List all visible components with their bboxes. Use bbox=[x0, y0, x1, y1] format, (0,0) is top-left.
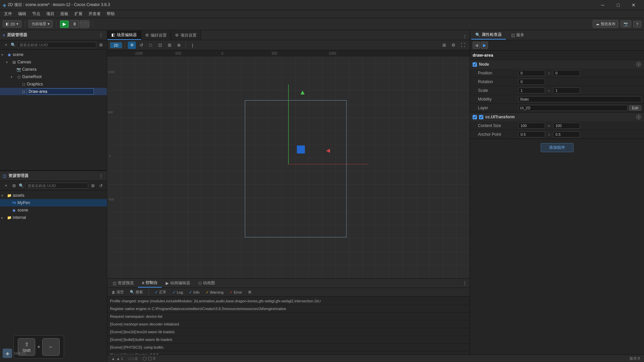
maximize-button[interactable]: □ bbox=[610, 0, 626, 10]
console-line-3[interactable]: [Scene] meshopt wasm decoder initialized bbox=[107, 320, 470, 328]
settings-button[interactable]: ⚙ bbox=[449, 42, 458, 49]
rotation-input[interactable] bbox=[518, 79, 545, 85]
tree-item-camera[interactable]: ▸ 📷 Camera bbox=[0, 66, 107, 73]
position-y-input[interactable] bbox=[553, 70, 580, 76]
console-line-4[interactable]: [Scene] [box2d]:box2d wasm lib loaded. bbox=[107, 328, 470, 336]
mobility-select[interactable]: Static bbox=[518, 96, 641, 102]
tab-prefab-settings[interactable]: ⚙ 编好设置 bbox=[141, 31, 171, 40]
tree-item-internal[interactable]: ▸ 📁 internal bbox=[0, 214, 107, 221]
tree-item-scene-asset[interactable]: ▸ ◉ scene bbox=[0, 206, 107, 214]
tree-item-mypen[interactable]: ▸ TS MyPen bbox=[0, 199, 107, 206]
hierarchy-filter-button[interactable]: ⊞ bbox=[98, 42, 104, 48]
console-line-1[interactable]: Register native engine in C:\ProgramData… bbox=[107, 305, 470, 313]
publish-button[interactable]: ☁ 预览发布 bbox=[593, 20, 619, 28]
node-enabled-checkbox[interactable] bbox=[473, 62, 477, 67]
asset-search-input[interactable] bbox=[25, 183, 88, 189]
uitransform-header[interactable]: cc.UITransform i bbox=[470, 113, 644, 121]
help-button[interactable]: ? bbox=[633, 21, 641, 27]
console-line-5[interactable]: [Scene] [bullet]:bullet wasm lib loaded. bbox=[107, 336, 470, 344]
tree-item-drawarea[interactable]: ▸ ◻ bbox=[0, 88, 107, 95]
fullscreen-button[interactable]: ⛶ bbox=[459, 42, 467, 49]
scene-selector[interactable]: 当前场景 ▾ bbox=[29, 20, 53, 28]
mode-2d-button[interactable]: 2D bbox=[110, 42, 122, 48]
uitransform-enabled-checkbox[interactable] bbox=[473, 115, 477, 119]
add-component-button[interactable]: 添加组件 bbox=[541, 143, 574, 152]
node-info-icon[interactable]: i bbox=[636, 62, 641, 67]
console-menu-button[interactable]: ⋮ bbox=[462, 280, 468, 287]
add-node-button[interactable]: + bbox=[3, 42, 9, 48]
menu-developer[interactable]: 开发者 bbox=[86, 10, 103, 17]
anchor-y-input[interactable] bbox=[553, 131, 580, 137]
asset-refresh-button[interactable]: ↺ bbox=[98, 182, 104, 189]
content-size-w-input[interactable] bbox=[518, 123, 545, 129]
nav-back-button[interactable]: ◀ bbox=[473, 42, 480, 49]
scale-tool-button[interactable]: □ bbox=[147, 42, 155, 49]
transform-tool-button[interactable]: ⊞ bbox=[165, 42, 173, 49]
node-section-header[interactable]: Node i bbox=[470, 60, 644, 69]
tree-item-canvas[interactable]: ▾ ▤ Canvas bbox=[0, 58, 107, 66]
minimize-button[interactable]: ─ bbox=[595, 0, 610, 10]
frame-button[interactable]: ⊞ bbox=[440, 42, 448, 49]
screenshot-button[interactable]: 📷 bbox=[621, 20, 631, 27]
step-button[interactable]: ⬛⬛ bbox=[80, 20, 89, 28]
scale-y-input[interactable] bbox=[553, 87, 580, 94]
layer-select[interactable]: UI_2D bbox=[518, 105, 628, 111]
hierarchy-search-input[interactable] bbox=[17, 42, 96, 48]
filter-normal[interactable]: ✓ 正常 bbox=[153, 289, 168, 295]
close-button[interactable]: ✕ bbox=[626, 0, 641, 10]
move-tool-button[interactable]: ✛ bbox=[128, 42, 136, 49]
anchor-x-input[interactable] bbox=[518, 131, 545, 137]
tab-console[interactable]: ≡ 控制台 bbox=[138, 279, 162, 288]
rect-tool-button[interactable]: ⊡ bbox=[156, 42, 164, 49]
menu-node[interactable]: 节点 bbox=[30, 10, 43, 17]
menu-panel[interactable]: 面板 bbox=[58, 10, 71, 17]
editor-tabs-menu[interactable]: ⋮ bbox=[462, 33, 468, 40]
layer-edit-button[interactable]: Edit bbox=[629, 105, 641, 111]
console-extra-button[interactable]: ⊞ bbox=[247, 289, 253, 295]
menu-help[interactable]: 帮助 bbox=[104, 10, 117, 17]
scene-viewport[interactable]: -1000 -500 0 500 1000 1000 500 0 -500 bbox=[107, 50, 470, 278]
menu-extension[interactable]: 扩展 bbox=[72, 10, 85, 17]
search-button[interactable]: 🔍 搜索 bbox=[128, 289, 145, 295]
console-line-2[interactable]: Request namespace: device-list bbox=[107, 313, 470, 320]
tab-asset-preview[interactable]: ◫ 资源预览 bbox=[109, 279, 138, 288]
tree-item-gameroot[interactable]: ▾ ◻ GameRoot bbox=[0, 73, 107, 80]
rotate-tool-button[interactable]: ↺ bbox=[137, 42, 145, 49]
clear-button[interactable]: 🗑 清空 bbox=[110, 289, 125, 295]
layout-toggle-button[interactable]: ⊞ bbox=[11, 182, 17, 189]
rename-input[interactable] bbox=[27, 88, 94, 95]
tab-animation-editor[interactable]: ▶ 动画编辑器 bbox=[162, 279, 194, 288]
uitransform-info-icon[interactable]: i bbox=[636, 114, 641, 120]
add-asset-button[interactable]: + bbox=[3, 182, 9, 189]
nav-forward-button[interactable]: ▶ bbox=[481, 42, 488, 49]
console-line-0[interactable]: Profile changed: engine (modules.include… bbox=[107, 297, 470, 305]
filter-error[interactable]: ✓ Error bbox=[228, 289, 244, 295]
tree-item-graphics[interactable]: ▸ ◻ Graphics bbox=[0, 80, 107, 88]
filter-warning[interactable]: ✓ Warning bbox=[204, 289, 225, 295]
asset-menu-button[interactable]: ⋮ bbox=[98, 173, 104, 179]
position-x-input[interactable] bbox=[518, 70, 545, 76]
menu-file[interactable]: 文件 bbox=[1, 10, 15, 17]
filter-log[interactable]: ✓ Log bbox=[171, 289, 184, 295]
pause-button[interactable]: ⏸ bbox=[70, 20, 79, 28]
hierarchy-menu-button[interactable]: ⋮ bbox=[98, 32, 104, 39]
content-size-h-input[interactable] bbox=[553, 123, 580, 129]
filter-info[interactable]: ✓ Info bbox=[187, 289, 201, 295]
tree-item-scene[interactable]: ▾ ◉ scene bbox=[0, 51, 107, 58]
snap-toggle[interactable]: | bbox=[189, 42, 197, 49]
tree-item-assets[interactable]: ▾ 📁 assets bbox=[0, 192, 107, 199]
tab-animation-graph[interactable]: ⬡ 动画图 bbox=[194, 279, 219, 288]
uitransform-active-checkbox[interactable] bbox=[479, 115, 483, 119]
scene-mode-selector[interactable]: ◧ 2D ▾ bbox=[3, 20, 21, 27]
asset-filter-button[interactable]: ⊞ bbox=[90, 182, 96, 189]
tab-inspector[interactable]: 🔍 属性检查器 bbox=[471, 31, 506, 40]
tab-scene-editor[interactable]: ◧ 场景编辑器 bbox=[107, 31, 141, 40]
scale-x-input[interactable] bbox=[518, 87, 545, 94]
play-button[interactable]: ▶ bbox=[60, 20, 69, 28]
anchor-tool-button[interactable]: ⊕ bbox=[175, 42, 183, 49]
menu-project[interactable]: 项目 bbox=[44, 10, 57, 17]
tab-project-settings[interactable]: ⚙ 项目设置 bbox=[171, 31, 201, 40]
tab-service[interactable]: ◫ 服务 bbox=[507, 31, 528, 40]
menu-edit[interactable]: 编辑 bbox=[15, 10, 29, 17]
console-line-6[interactable]: [Scene] [PHYSICS]: using builtin. bbox=[107, 344, 470, 351]
